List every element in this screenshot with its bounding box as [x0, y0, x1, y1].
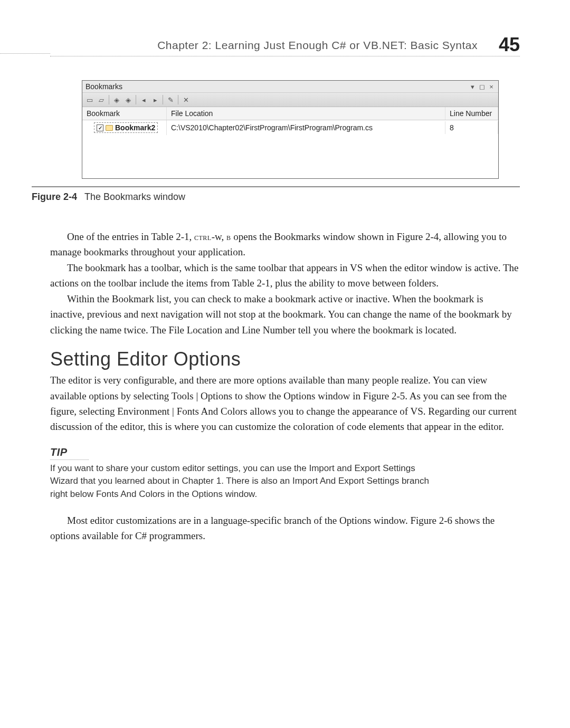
- window-title: Bookmarks: [86, 82, 467, 91]
- prev-folder-bookmark-icon[interactable]: ◂: [138, 94, 149, 105]
- toggle-bookmark-icon[interactable]: ▭: [84, 94, 95, 105]
- col-line-number[interactable]: Line Number: [445, 107, 498, 120]
- paragraph: The bookmark has a toolbar, which is the…: [50, 260, 520, 291]
- next-folder-bookmark-icon[interactable]: ▸: [150, 94, 160, 105]
- figure-rule: [32, 186, 520, 187]
- next-bookmark-icon[interactable]: ◈: [123, 94, 134, 105]
- prev-bookmark-icon[interactable]: ◈: [111, 94, 122, 105]
- toolbar-separator: [163, 95, 163, 104]
- figure-caption-text: The Bookmarks window: [84, 191, 185, 202]
- figure-label: Figure 2-4: [32, 191, 77, 202]
- bookmarks-toolbar: ▭ ▱ ◈ ◈ ◂ ▸ ✎ ✕: [82, 93, 498, 107]
- tip-text: If you want to share your custom editor …: [50, 462, 435, 501]
- bookmarks-window: Bookmarks ▾ ◻ × ▭ ▱ ◈ ◈ ◂ ▸ ✎ ✕ Bookmark: [82, 80, 499, 179]
- tip-label: TIP: [50, 446, 89, 460]
- paragraph: One of the entries in Table 2-1, ctrl-w,…: [50, 229, 520, 260]
- closing-text: Most editor customizations are in a lang…: [50, 513, 520, 544]
- chapter-title: Chapter 2: Learning Just Enough C# or VB…: [157, 39, 478, 52]
- bookmark-line-number: 8: [445, 121, 498, 134]
- window-close-icon[interactable]: ×: [488, 83, 495, 91]
- section-heading: Setting Editor Options: [50, 348, 520, 370]
- disable-bookmarks-icon[interactable]: ✎: [165, 94, 176, 105]
- bookmark-icon: [106, 125, 113, 131]
- col-file-location[interactable]: File Location: [167, 107, 445, 120]
- page-number: 45: [499, 34, 520, 56]
- bookmark-row[interactable]: ✓ Bookmark2 C:\VS2010\Chapter02\FirstPro…: [82, 120, 498, 135]
- bookmarks-columns-header: Bookmark File Location Line Number: [82, 107, 498, 120]
- paragraph: Most editor customizations are in a lang…: [50, 513, 520, 544]
- toolbar-separator: [109, 95, 109, 104]
- window-restore-icon[interactable]: ◻: [478, 83, 486, 91]
- col-bookmark[interactable]: Bookmark: [82, 107, 167, 120]
- toolbar-separator: [136, 95, 136, 104]
- paragraph: Within the Bookmark list, you can check …: [50, 291, 520, 338]
- bookmark-enabled-checkbox[interactable]: ✓: [97, 124, 103, 131]
- bookmark-name: Bookmark2: [115, 123, 155, 132]
- bookmark-file-location: C:\VS2010\Chapter02\FirstProgram\FirstPr…: [167, 121, 445, 134]
- window-options-icon[interactable]: ▾: [469, 83, 476, 91]
- new-folder-icon[interactable]: ▱: [96, 94, 107, 105]
- toolbar-separator: [178, 95, 178, 104]
- running-header: Chapter 2: Learning Just Enough C# or VB…: [50, 32, 520, 56]
- body-text: One of the entries in Table 2-1, ctrl-w,…: [50, 229, 520, 338]
- bookmarks-list: ✓ Bookmark2 C:\VS2010\Chapter02\FirstPro…: [82, 120, 498, 178]
- delete-icon[interactable]: ✕: [180, 94, 191, 105]
- section-body: The editor is very configurable, and the…: [50, 372, 520, 435]
- tip-block: TIP If you want to share your custom edi…: [50, 446, 520, 501]
- bookmark-name-cell[interactable]: ✓ Bookmark2: [94, 122, 158, 133]
- window-titlebar[interactable]: Bookmarks ▾ ◻ ×: [82, 81, 498, 93]
- figure-caption: Figure 2-4The Bookmarks window: [32, 191, 520, 203]
- paragraph: The editor is very configurable, and the…: [50, 372, 520, 435]
